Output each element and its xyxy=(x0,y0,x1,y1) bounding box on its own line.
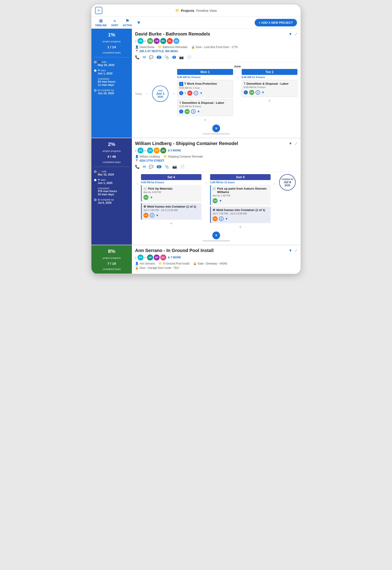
toolbar: ⊞ TIMELINE ≡ SORT ⚑ ACTIVE ▼ + ADD A NEW… xyxy=(91,17,301,29)
day-header-tue: Tue 2 xyxy=(242,69,297,75)
project-title-2: William Lindberg - Shipping Container Re… xyxy=(135,141,238,146)
weld-dropdown[interactable]: ▼ xyxy=(156,213,159,217)
chat-icon[interactable]: 💬 xyxy=(149,55,154,60)
dropdown-icon[interactable]: ▼ xyxy=(200,91,203,95)
add-task-sat[interactable]: + xyxy=(141,221,201,226)
add-project-button[interactable]: + ADD A NEW PROJECT xyxy=(255,19,297,26)
meta-lock-3: Gate - Driveway - #4040 xyxy=(197,262,227,265)
dropdown-arrow-3[interactable]: ▼ xyxy=(289,249,292,253)
project-title-3: Ann Serrano - In Ground Pool Install xyxy=(135,248,214,253)
add-task-sun[interactable]: + xyxy=(210,225,271,230)
completed-tasks-2: 4 / 46 xyxy=(94,155,129,158)
weld-dropdown-2[interactable]: ▼ xyxy=(225,217,228,221)
project-sidebar: 1% project progress 1 / 14 completed tas… xyxy=(91,29,132,138)
meta-person-2: William Lindberg xyxy=(140,155,160,158)
expand-icon-2[interactable]: ⤢ xyxy=(294,141,297,146)
pickup-dropdown[interactable]: ▼ xyxy=(150,195,153,199)
milestone-dot-filled xyxy=(94,69,97,72)
dropdown-icon-2[interactable]: ▼ xyxy=(197,110,200,113)
day-header-sat: Sat 4 xyxy=(141,174,201,180)
more-label-3: & 7 MORE xyxy=(168,256,181,259)
milestone-dot xyxy=(94,61,97,63)
avatar-mc[interactable]: MC xyxy=(160,38,166,44)
phone-icon[interactable]: 📞 xyxy=(135,55,140,60)
day-column-tue: Tue 2 8:00 AM for 9 hours T Demolition &… xyxy=(242,69,297,104)
avatar-zg[interactable]: ZG xyxy=(173,38,179,44)
toolbar-sort[interactable]: ≡ SORT xyxy=(111,19,118,27)
info-icon-tue[interactable]: i xyxy=(244,90,248,94)
camera-icon-2[interactable]: 📷 xyxy=(172,165,177,169)
pickup-time-2: due by 1:00 PM xyxy=(213,194,269,197)
cart-icon-2: 🛒 xyxy=(213,187,216,190)
avatar-ch-3[interactable]: CH xyxy=(138,255,143,260)
info-icon-2[interactable]: i xyxy=(179,109,183,114)
right-arrow-2: ↔ xyxy=(272,182,276,185)
toolbar-timeline[interactable]: ⊞ TIMELINE xyxy=(95,18,107,27)
task-footer: i 5 RL 2 ▼ xyxy=(179,90,231,96)
attachment-icon[interactable]: 📎 xyxy=(165,55,169,60)
camera-icon[interactable]: 📷 xyxy=(179,55,184,60)
pickup-footer-2: GN ▼ xyxy=(213,198,269,203)
progress-percent-3: 8% xyxy=(94,248,129,254)
scroll-hint xyxy=(203,133,230,135)
phone-icon-2[interactable]: 📞 xyxy=(135,165,140,169)
project-main-3: Ann Serrano - In Ground Pool Install ▼ ⤢… xyxy=(132,245,301,274)
project-card-2: 2% project progress 4 / 46 completed tas… xyxy=(91,138,301,245)
task-footer-tue: i GN 2 ▼ xyxy=(244,90,295,95)
task-time-2: 9:00 AM for 8 hours xyxy=(179,105,231,108)
day-column-sun: Sun 5 1:00 PM for 11 hours 🛒 Pick up pai… xyxy=(210,174,271,230)
task-name-2: Demolition & Disposal - Labor xyxy=(182,101,224,105)
avatar-dt[interactable]: DT xyxy=(154,148,160,153)
avatar-en[interactable]: EN xyxy=(160,148,166,153)
lock-icon-3b: 🔒 xyxy=(135,266,139,270)
pickup-dropdown-2[interactable]: ▼ xyxy=(219,199,222,203)
expand-icon[interactable]: ⤢ xyxy=(294,32,297,36)
avatar-rl[interactable]: RL xyxy=(167,38,173,44)
expand-icon-3[interactable]: ⤢ xyxy=(294,248,297,253)
scroll-hint-2 xyxy=(203,240,230,241)
expand-timeline-button-2[interactable]: ▼ xyxy=(212,231,220,239)
collapse-button[interactable]: > xyxy=(95,7,102,14)
attachment-icon-2[interactable]: 📎 xyxy=(165,165,169,169)
action-bar: 📞 ✉ 💬 17 📎 5 📷 📄 xyxy=(135,54,297,60)
avatar-ar[interactable]: AR xyxy=(147,255,153,260)
day-column-sat: Sat 4 4:00 PM for 8 hours 🛒 Pick Up Mate… xyxy=(141,174,201,226)
toolbar-active[interactable]: ⚑ ACTIVE xyxy=(123,18,132,27)
title-icons: ▼ ⤢ xyxy=(289,32,297,36)
avatar-ch-2b[interactable]: CH xyxy=(147,148,153,153)
weld-avatar-2: FG xyxy=(213,216,218,221)
completed-label-2: completed tasks xyxy=(94,161,129,164)
milestone-sold-2: 🎥 sold Mar 18, 2020 xyxy=(94,170,129,176)
weld-time: Jul 4 7:00 PM - Jul 5 12:00 AM xyxy=(143,209,200,211)
document-icon[interactable]: 📄 xyxy=(187,55,191,60)
add-task-button[interactable]: + xyxy=(177,118,233,123)
chat-icon-2[interactable]: 💬 xyxy=(149,165,154,169)
add-task-tue[interactable]: + xyxy=(242,98,297,104)
timeline-area: Today ↔ start Jun 1 2020 ↔ June Mon 1 xyxy=(132,62,301,138)
meta-project-3: In Ground Pool Install xyxy=(163,262,189,265)
avatar-ch[interactable]: CH xyxy=(138,38,143,44)
avatar-bp[interactable]: BP xyxy=(154,255,160,260)
completed-tasks: 1 / 14 xyxy=(94,45,129,49)
document-icon-2[interactable]: 📄 xyxy=(180,165,185,169)
info-count: 5 xyxy=(185,92,186,94)
milestone-start: ⚑ start Jun 1, 2020 xyxy=(94,69,129,75)
task-type-icon-tue: T xyxy=(244,82,246,85)
dropdown-arrow-2[interactable]: ▼ xyxy=(289,142,292,146)
avatar-lm[interactable]: LM xyxy=(154,38,160,44)
email-icon[interactable]: ✉ xyxy=(143,55,146,60)
dropdown-arrow[interactable]: ▼ xyxy=(289,32,292,36)
info-icon[interactable]: i xyxy=(179,91,183,95)
project-header-2: William Lindberg - Shipping Container Re… xyxy=(132,138,301,172)
dropdown-icon-tue[interactable]: ▼ xyxy=(262,90,265,94)
pickup-time: due by 4:00 PM xyxy=(143,191,200,194)
person-icon-3: 👤 xyxy=(135,262,139,265)
day-header-mon: Mon 1 xyxy=(177,69,233,75)
pickup-footer: GN ▼ xyxy=(143,195,200,200)
email-icon-2[interactable]: ✉ xyxy=(143,165,146,169)
expand-timeline-button[interactable]: ▼ xyxy=(212,124,220,132)
avatar-ch-2a[interactable]: CH xyxy=(138,148,143,153)
avatar-gn[interactable]: GN xyxy=(147,38,153,44)
avatar-bc[interactable]: BC xyxy=(160,255,166,260)
toolbar-filter[interactable]: ▼ xyxy=(136,20,141,25)
